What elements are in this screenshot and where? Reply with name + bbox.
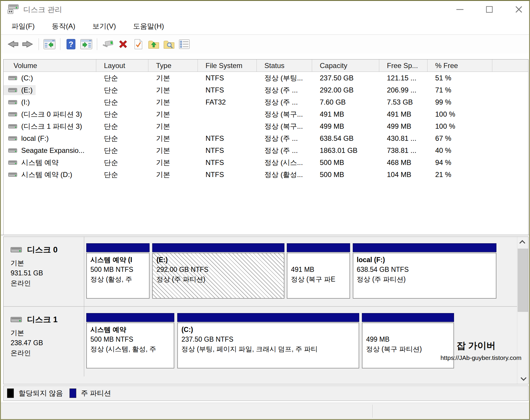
column-header-status[interactable]: Status (257, 59, 312, 72)
partition-block[interactable]: local (F:)638.54 GB NTFS정상 (주 파티션) (353, 243, 497, 299)
svg-text:?: ? (69, 40, 73, 49)
disk-label[interactable]: 디스크 0기본931.51 GB온라인 (4, 237, 84, 306)
delete-volume-icon[interactable] (116, 37, 130, 51)
volume-row[interactable]: Seagate Expansio...단순기본NTFS정상 (주 ...1863… (4, 144, 528, 156)
check-document-icon[interactable] (132, 37, 145, 51)
disk-info-line: 238.47 GB (11, 338, 84, 348)
folder-search-icon[interactable] (162, 37, 176, 51)
column-header-empty[interactable] (492, 59, 528, 72)
back-icon[interactable] (6, 37, 19, 51)
menu-item-view[interactable]: 보기(V) (86, 20, 122, 33)
volume-row[interactable]: (디스크 0 파티션 3)단순기본정상 (복구...491 MB491 MB10… (4, 108, 528, 120)
maximize-button[interactable] (483, 3, 496, 16)
disk-label[interactable]: 디스크 1기본238.47 GB온라인 (4, 307, 84, 376)
column-header-free-sp-[interactable]: Free Sp... (379, 59, 428, 72)
volume-name[interactable]: 시스템 예약 (D:) (4, 169, 75, 180)
partition-box[interactable]: 시스템 예약 (I500 MB NTFS정상 (활성, 주 (86, 253, 150, 299)
folder-import-icon[interactable] (147, 37, 160, 51)
scroll-up-button[interactable] (517, 237, 529, 248)
volume-row[interactable]: (C:)단순기본NTFS정상 (부팅...237.50 GB121.15 ...… (4, 72, 528, 84)
task-list-icon[interactable] (178, 37, 191, 51)
drive-icon (8, 161, 17, 165)
disk-device-icon[interactable] (101, 37, 115, 51)
minimize-button[interactable] (453, 3, 467, 16)
partition-size: 638.54 GB NTFS (357, 265, 496, 275)
volume-label: 시스템 예약 (D:) (21, 170, 72, 179)
partition-box[interactable]: 491 MB정상 (복구 파E (287, 253, 350, 299)
volume-name[interactable]: local (F:) (4, 133, 52, 143)
menu-item-help[interactable]: 도움말(H) (127, 20, 170, 33)
volume-name[interactable]: (C:) (4, 73, 36, 83)
volume-capacity-cell: 638.54 GB (312, 132, 379, 144)
volume-empty-cell (492, 108, 528, 120)
column-header-file-system[interactable]: File System (198, 59, 257, 72)
toolbar-separator (39, 38, 39, 50)
column-header-volume[interactable]: Volume (4, 59, 96, 72)
partition-box[interactable]: (C:)237.50 GB NTFS정상 (부팅, 페이지 파일, 크래시 덤프… (177, 323, 359, 368)
volume-name[interactable]: (디스크 0 파티션 3) (4, 109, 85, 120)
partition-block[interactable]: (E:)292.00 GB NTFS정상 (주 파티션) (152, 243, 284, 299)
column-header-%-free[interactable]: % Free (428, 59, 492, 72)
partition-size: 237.50 GB NTFS (181, 335, 358, 344)
volume-row[interactable]: (E:)단순기본NTFS정상 (주 ...292.00 GB206.99 ...… (4, 84, 528, 96)
partition-block[interactable]: 491 MB정상 (복구 파E (287, 243, 350, 299)
disk-info-line: 온라인 (11, 348, 84, 358)
partition-status: 정상 (복구 파E (291, 275, 349, 284)
toolbar: ? (1, 34, 529, 53)
partition-block[interactable]: (C:)237.50 GB NTFS정상 (부팅, 페이지 파일, 크래시 덤프… (177, 313, 359, 368)
column-header-layout[interactable]: Layout (96, 59, 148, 72)
scroll-down-button[interactable] (517, 373, 529, 384)
show-console-tree-icon[interactable] (43, 37, 56, 51)
scrollbar-thumb[interactable] (518, 249, 528, 312)
volume-empty-cell (492, 168, 528, 181)
menu-item-action[interactable]: 동작(A) (45, 20, 82, 33)
menu-item-file[interactable]: 파일(F) (5, 20, 41, 33)
close-button[interactable] (512, 3, 526, 16)
partition-status: 정상 (시스템, 활성, 주 (90, 344, 174, 354)
forward-icon[interactable] (21, 37, 35, 51)
volume-row[interactable]: (디스크 1 파티션 3)단순기본정상 (복구...499 MB499 MB10… (4, 120, 528, 132)
partition-box[interactable]: local (F:)638.54 GB NTFS정상 (주 파티션) (353, 253, 497, 299)
partition-block[interactable]: 시스템 예약500 MB NTFS정상 (시스템, 활성, 주 (86, 313, 174, 368)
volume-free_space-cell: 468 MB (379, 156, 428, 168)
volume-capacity-cell: 1863.01 GB (312, 144, 379, 156)
partition-box[interactable]: 499 MB정상 (복구 파티션) (362, 323, 454, 368)
show-action-pane-icon[interactable] (80, 37, 93, 51)
volume-empty-cell (492, 72, 528, 84)
volume-name[interactable]: Seagate Expansio... (4, 145, 87, 156)
chevron-down-icon (521, 375, 526, 381)
column-header-capacity[interactable]: Capacity (312, 59, 379, 72)
drive-icon (8, 76, 17, 80)
volume-row[interactable]: local (F:)단순기본NTFS정상 (주 ...638.54 GB430.… (4, 132, 528, 144)
partition-block[interactable]: 499 MB정상 (복구 파티션) (362, 313, 454, 368)
volume-pct_free-cell: 51 % (428, 72, 492, 84)
partition-color-band (177, 313, 359, 322)
volume-layout-cell: 단순 (96, 132, 148, 144)
partition-box-selected[interactable]: (E:)292.00 GB NTFS정상 (주 파티션) (152, 253, 284, 299)
pane-splitter[interactable] (1, 235, 529, 236)
partition-color-band (287, 243, 350, 252)
selected-volume[interactable]: (E:) (4, 85, 36, 95)
partition-status: 정상 (부팅, 페이지 파일, 크래시 덤프, 주 파티 (181, 344, 358, 354)
volume-file_system-cell: NTFS (198, 72, 257, 84)
volume-row[interactable]: 시스템 예약 (D:)단순기본NTFS정상 (활성...500 MB104 MB… (4, 168, 528, 181)
volume-row[interactable]: (I:)단순기본FAT32정상 (주 ...7.60 GB7.53 GB99 % (4, 96, 528, 108)
volume-empty-cell (492, 120, 528, 132)
vertical-scrollbar[interactable] (517, 237, 528, 384)
volume-layout-cell: 단순 (96, 144, 148, 156)
volume-name[interactable]: (디스크 1 파티션 3) (4, 121, 85, 132)
column-header-type[interactable]: Type (148, 59, 198, 72)
partition-block[interactable]: 시스템 예약 (I500 MB NTFS정상 (활성, 주 (86, 243, 150, 299)
volume-row[interactable]: 시스템 예약단순기본NTFS정상 (시스...500 MB468 MB94 % (4, 156, 528, 168)
help-icon[interactable]: ? (64, 37, 78, 51)
partition-title (366, 325, 453, 335)
volume-list-header: VolumeLayoutTypeFile SystemStatusCapacit… (4, 59, 528, 72)
menu-bar: 파일(F)동작(A)보기(V)도움말(H) (1, 18, 529, 34)
disk-management-window: 디스크 관리 파일(F)동작(A)보기(V)도움말(H) (0, 0, 530, 420)
disk-info-line: 기본 (11, 328, 84, 338)
volume-type-cell: 기본 (148, 120, 198, 132)
partition-box[interactable]: 시스템 예약500 MB NTFS정상 (시스템, 활성, 주 (86, 323, 174, 368)
volume-name[interactable]: (I:) (4, 97, 33, 107)
volume-name[interactable]: 시스템 예약 (4, 157, 62, 168)
volume-pct_free-cell: 99 % (428, 96, 492, 108)
